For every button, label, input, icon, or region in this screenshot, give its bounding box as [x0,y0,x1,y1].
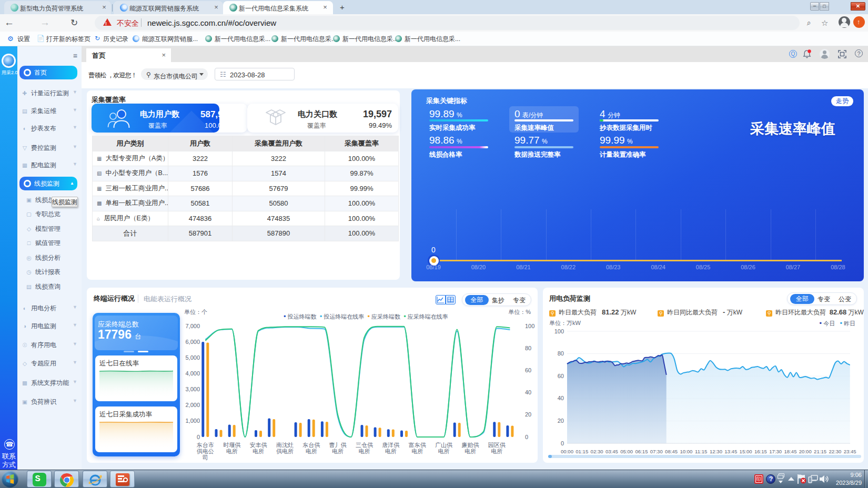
svg-text:100: 100 [525,323,534,329]
svg-text:唐洋供: 唐洋供 [382,442,399,448]
svg-text:11:15: 11:15 [695,449,707,454]
svg-text:4,000: 4,000 [185,370,200,377]
svg-text:电所: 电所 [411,448,423,454]
svg-text:电所: 电所 [465,448,476,454]
svg-text:时堰供: 时堰供 [223,442,240,448]
svg-text:1,000: 1,000 [185,418,200,424]
svg-text:13:45: 13:45 [724,449,737,454]
svg-text:80: 80 [558,350,564,357]
svg-text:3,000: 3,000 [185,386,200,392]
svg-text:18:45: 18:45 [784,449,796,454]
svg-text:电所: 电所 [438,448,450,454]
svg-text:电所: 电所 [491,448,502,454]
svg-text:三仓供: 三仓供 [356,442,373,448]
svg-text:5,000: 5,000 [185,354,200,361]
svg-text:21:15: 21:15 [814,449,826,454]
svg-text:7,000: 7,000 [185,323,200,329]
svg-text:0: 0 [561,440,564,446]
svg-text:08:45: 08:45 [665,449,678,454]
svg-text:00:00: 00:00 [561,449,573,454]
svg-text:02:30: 02:30 [591,449,603,454]
svg-text:2,000: 2,000 [185,402,200,408]
svg-text:曹丿供: 曹丿供 [329,442,347,448]
svg-text:22:30: 22:30 [829,449,841,454]
svg-text:电所: 电所 [332,448,344,454]
svg-text:东台供: 东台供 [302,442,320,448]
svg-text:电所: 电所 [306,448,317,454]
svg-text:电所: 电所 [226,448,238,454]
svg-text:40: 40 [525,389,531,395]
svg-text:电所: 电所 [359,448,370,454]
svg-text:电所: 电所 [385,448,397,454]
svg-text:富东供: 富东供 [409,442,426,448]
svg-text:南沈灶: 南沈灶 [276,442,294,448]
svg-text:20: 20 [525,411,531,418]
svg-text:安丰供: 安丰供 [250,442,267,448]
svg-text:60: 60 [525,367,531,373]
svg-text:供电所: 供电所 [276,448,294,454]
svg-text:20: 20 [558,418,564,424]
svg-text:10:00: 10:00 [680,449,692,454]
svg-text:06:15: 06:15 [635,449,648,454]
svg-text:0: 0 [197,434,200,440]
svg-text:15:00: 15:00 [740,449,752,454]
svg-text:16:15: 16:15 [754,449,767,454]
svg-text:0: 0 [525,434,528,440]
svg-text:100: 100 [554,328,564,334]
svg-text:司: 司 [203,454,208,461]
svg-text:广山供: 广山供 [435,442,452,448]
svg-text:23:45: 23:45 [844,449,856,454]
svg-text:03:45: 03:45 [605,449,618,454]
svg-text:电所: 电所 [253,448,264,454]
svg-text:廉贻供: 廉贻供 [461,442,479,448]
svg-text:07:30: 07:30 [650,449,663,454]
svg-text:供电公: 供电公 [197,448,214,454]
svg-text:园区供: 园区供 [488,442,506,448]
svg-text:05:00: 05:00 [620,449,633,454]
svg-text:20:00: 20:00 [799,449,812,454]
svg-text:01:15: 01:15 [576,449,588,454]
svg-text:12:30: 12:30 [710,449,722,454]
svg-text:东台市: 东台市 [197,442,214,448]
svg-text:40: 40 [558,395,564,401]
svg-text:80: 80 [525,345,531,351]
svg-text:17:30: 17:30 [769,449,782,454]
svg-text:6,000: 6,000 [185,339,200,345]
svg-text:60: 60 [558,373,564,379]
